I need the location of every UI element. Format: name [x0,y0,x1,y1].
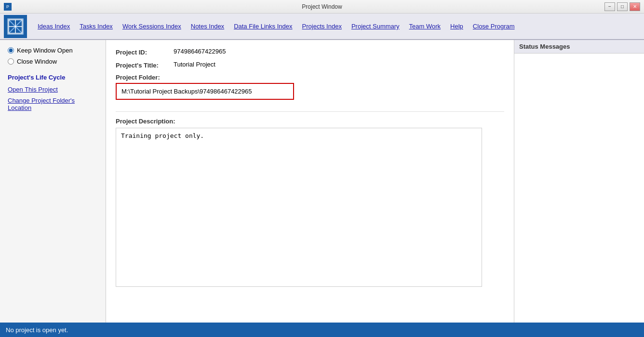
app-logo [4,15,27,38]
status-panel: Status Messages [514,40,644,323]
minimize-button[interactable]: − [604,2,615,11]
close-window-button[interactable]: ✕ [630,2,640,11]
project-id-row: Project ID: 974986467422965 [116,48,504,56]
menu-help[interactable]: Help [445,20,468,33]
sidebar: Keep Window Open Close Window Project's … [0,40,106,323]
project-title-value: Tutorial Project [174,61,215,68]
window-mode-group: Keep Window Open Close Window [8,47,98,65]
status-panel-body [514,54,644,61]
menu-work-sessions-index[interactable]: Work Sessions Index [118,20,186,33]
project-folder-label: Project Folder: [116,74,504,81]
menu-data-file-links-index[interactable]: Data File Links Index [229,20,297,33]
project-id-label: Project ID: [116,48,174,56]
project-title-label: Project's Title: [116,61,174,69]
lifecycle-title: Project's Life Cycle [8,74,98,81]
maximize-button[interactable]: □ [617,2,628,11]
description-textarea[interactable] [116,128,482,287]
change-project-folder-link[interactable]: Change Project Folder's Location [8,96,98,112]
main-area: Keep Window Open Close Window Project's … [0,40,644,323]
app-icon: P [4,3,12,11]
menu-notes-index[interactable]: Notes Index [186,20,229,33]
status-panel-header: Status Messages [514,40,644,54]
menu-projects-index[interactable]: Projects Index [297,20,347,33]
keep-window-open-radio[interactable]: Keep Window Open [8,47,98,54]
content-area: Project ID: 974986467422965 Project's Ti… [106,40,514,323]
project-folder-value: M:\Tutorial Project Backups\974986467422… [116,83,294,100]
description-label: Project Description: [116,118,504,125]
title-bar: P Project Window − □ ✕ [0,0,644,13]
close-window-radio[interactable]: Close Window [8,58,98,65]
menu-bar: Ideas Index Tasks Index Work Sessions In… [0,13,644,40]
title-bar-title: Project Window [302,3,342,10]
menu-team-work[interactable]: Team Work [404,20,446,33]
menu-items: Ideas Index Tasks Index Work Sessions In… [33,20,520,33]
menu-project-summary[interactable]: Project Summary [347,20,404,33]
description-section: Project Description: [116,118,504,288]
window-controls: − □ ✕ [604,2,640,11]
status-bar: No project is open yet. [0,323,644,337]
project-id-value: 974986467422965 [174,48,226,55]
project-folder-section: Project Folder: M:\Tutorial Project Back… [116,74,504,100]
status-bar-message: No project is open yet. [6,326,68,334]
menu-tasks-index[interactable]: Tasks Index [75,20,118,33]
project-fields: Project ID: 974986467422965 Project's Ti… [116,48,504,112]
menu-ideas-index[interactable]: Ideas Index [33,20,75,33]
project-title-row: Project's Title: Tutorial Project [116,61,504,69]
open-this-project-link[interactable]: Open This Project [8,85,98,94]
menu-close-program[interactable]: Close Program [468,20,520,33]
